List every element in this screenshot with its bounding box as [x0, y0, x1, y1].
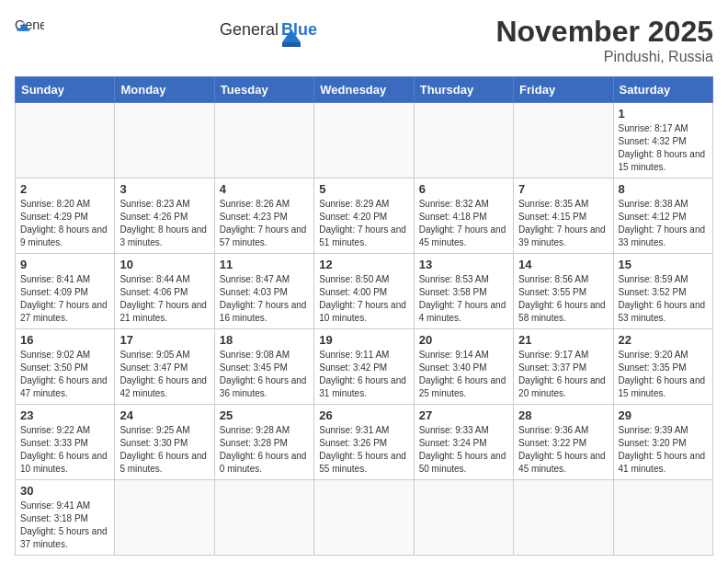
calendar-header-row: SundayMondayTuesdayWednesdayThursdayFrid…	[16, 77, 713, 103]
svg-text:Blue: Blue	[281, 20, 317, 39]
day-info: Sunrise: 9:08 AM Sunset: 3:45 PM Dayligh…	[220, 349, 309, 400]
calendar-cell: 18Sunrise: 9:08 AM Sunset: 3:45 PM Dayli…	[214, 329, 313, 405]
calendar-week-row: 23Sunrise: 9:22 AM Sunset: 3:33 PM Dayli…	[16, 405, 713, 480]
day-number: 30	[20, 484, 109, 498]
day-header-sunday: Sunday	[16, 77, 115, 103]
day-info: Sunrise: 9:41 AM Sunset: 3:18 PM Dayligh…	[20, 500, 109, 551]
day-number: 11	[220, 258, 309, 271]
svg-text:General: General	[220, 20, 279, 39]
day-number: 10	[119, 258, 209, 271]
day-header-thursday: Thursday	[414, 77, 513, 103]
day-number: 23	[20, 408, 109, 422]
day-info: Sunrise: 9:17 AM Sunset: 3:37 PM Dayligh…	[518, 349, 608, 400]
day-info: Sunrise: 8:47 AM Sunset: 4:03 PM Dayligh…	[220, 273, 309, 325]
calendar-cell: 29Sunrise: 9:39 AM Sunset: 3:20 PM Dayli…	[613, 405, 712, 480]
calendar-cell: 22Sunrise: 9:20 AM Sunset: 3:35 PM Dayli…	[613, 329, 712, 405]
day-number: 19	[319, 333, 408, 347]
calendar-cell	[314, 103, 414, 178]
location-subtitle: Pindushi, Russia	[495, 49, 713, 65]
day-number: 21	[518, 333, 608, 347]
calendar-cell: 21Sunrise: 9:17 AM Sunset: 3:37 PM Dayli…	[514, 329, 613, 405]
day-number: 17	[119, 333, 209, 347]
calendar-cell	[414, 480, 513, 556]
day-info: Sunrise: 9:33 AM Sunset: 3:24 PM Dayligh…	[419, 424, 508, 476]
calendar-week-row: 16Sunrise: 9:02 AM Sunset: 3:50 PM Dayli…	[16, 329, 713, 405]
logo-full: General Blue	[220, 15, 321, 55]
calendar-cell: 2Sunrise: 8:20 AM Sunset: 4:29 PM Daylig…	[16, 178, 115, 254]
calendar-cell: 20Sunrise: 9:14 AM Sunset: 3:40 PM Dayli…	[414, 329, 513, 405]
day-number: 7	[518, 182, 608, 196]
calendar-cell	[314, 480, 414, 556]
calendar-cell: 7Sunrise: 8:35 AM Sunset: 4:15 PM Daylig…	[514, 178, 613, 254]
day-info: Sunrise: 8:38 AM Sunset: 4:12 PM Dayligh…	[619, 198, 708, 249]
day-info: Sunrise: 8:41 AM Sunset: 4:09 PM Dayligh…	[20, 273, 109, 325]
logo-icon: General	[15, 15, 44, 40]
calendar-cell: 23Sunrise: 9:22 AM Sunset: 3:33 PM Dayli…	[16, 405, 115, 480]
day-info: Sunrise: 8:26 AM Sunset: 4:23 PM Dayligh…	[220, 198, 309, 249]
calendar-cell: 1Sunrise: 8:17 AM Sunset: 4:32 PM Daylig…	[613, 103, 712, 178]
day-header-saturday: Saturday	[613, 77, 712, 103]
month-year-title: November 2025	[495, 15, 713, 49]
day-number: 5	[319, 182, 408, 196]
day-number: 25	[220, 408, 309, 422]
calendar-title-area: November 2025 Pindushi, Russia	[495, 15, 713, 65]
day-number: 13	[419, 258, 508, 271]
day-info: Sunrise: 8:20 AM Sunset: 4:29 PM Dayligh…	[20, 198, 109, 249]
day-info: Sunrise: 8:56 AM Sunset: 3:55 PM Dayligh…	[518, 273, 608, 325]
calendar-cell	[16, 103, 115, 178]
calendar-cell: 10Sunrise: 8:44 AM Sunset: 4:06 PM Dayli…	[115, 254, 214, 329]
calendar-cell	[115, 103, 214, 178]
calendar-week-row: 9Sunrise: 8:41 AM Sunset: 4:09 PM Daylig…	[16, 254, 713, 329]
day-info: Sunrise: 8:50 AM Sunset: 4:00 PM Dayligh…	[319, 273, 408, 325]
day-header-tuesday: Tuesday	[214, 77, 313, 103]
day-info: Sunrise: 9:25 AM Sunset: 3:30 PM Dayligh…	[119, 424, 209, 476]
day-number: 26	[319, 408, 408, 422]
day-number: 12	[319, 258, 408, 271]
day-info: Sunrise: 8:59 AM Sunset: 3:52 PM Dayligh…	[619, 273, 708, 325]
calendar-cell: 3Sunrise: 8:23 AM Sunset: 4:26 PM Daylig…	[115, 178, 214, 254]
day-header-monday: Monday	[115, 77, 214, 103]
day-number: 16	[20, 333, 109, 347]
day-info: Sunrise: 9:11 AM Sunset: 3:42 PM Dayligh…	[319, 349, 408, 400]
day-info: Sunrise: 8:32 AM Sunset: 4:18 PM Dayligh…	[419, 198, 508, 249]
day-number: 8	[619, 182, 708, 196]
calendar-cell: 24Sunrise: 9:25 AM Sunset: 3:30 PM Dayli…	[115, 405, 214, 480]
calendar-cell	[214, 103, 313, 178]
calendar-cell: 13Sunrise: 8:53 AM Sunset: 3:58 PM Dayli…	[414, 254, 513, 329]
calendar-cell: 25Sunrise: 9:28 AM Sunset: 3:28 PM Dayli…	[214, 405, 313, 480]
calendar-cell: 16Sunrise: 9:02 AM Sunset: 3:50 PM Dayli…	[16, 329, 115, 405]
calendar-cell: 8Sunrise: 8:38 AM Sunset: 4:12 PM Daylig…	[613, 178, 712, 254]
day-number: 3	[119, 182, 209, 196]
calendar-cell: 28Sunrise: 9:36 AM Sunset: 3:22 PM Dayli…	[514, 405, 613, 480]
calendar-table: SundayMondayTuesdayWednesdayThursdayFrid…	[15, 76, 713, 556]
day-number: 24	[119, 408, 209, 422]
day-number: 14	[518, 258, 608, 271]
calendar-cell: 30Sunrise: 9:41 AM Sunset: 3:18 PM Dayli…	[16, 480, 115, 556]
calendar-cell	[514, 480, 613, 556]
day-info: Sunrise: 9:20 AM Sunset: 3:35 PM Dayligh…	[619, 349, 708, 400]
day-info: Sunrise: 9:05 AM Sunset: 3:47 PM Dayligh…	[119, 349, 209, 400]
page-header: General General Blue November 2025 Pindu…	[15, 15, 713, 65]
day-number: 1	[619, 107, 708, 121]
day-number: 18	[220, 333, 309, 347]
calendar-cell: 4Sunrise: 8:26 AM Sunset: 4:23 PM Daylig…	[214, 178, 313, 254]
calendar-cell: 17Sunrise: 9:05 AM Sunset: 3:47 PM Dayli…	[115, 329, 214, 405]
logo: General	[15, 15, 44, 40]
calendar-cell	[514, 103, 613, 178]
day-info: Sunrise: 8:53 AM Sunset: 3:58 PM Dayligh…	[419, 273, 508, 325]
calendar-cell: 11Sunrise: 8:47 AM Sunset: 4:03 PM Dayli…	[214, 254, 313, 329]
day-info: Sunrise: 9:39 AM Sunset: 3:20 PM Dayligh…	[619, 424, 708, 476]
day-info: Sunrise: 8:44 AM Sunset: 4:06 PM Dayligh…	[119, 273, 209, 325]
day-info: Sunrise: 8:17 AM Sunset: 4:32 PM Dayligh…	[619, 122, 708, 174]
calendar-cell: 12Sunrise: 8:50 AM Sunset: 4:00 PM Dayli…	[314, 254, 414, 329]
day-number: 27	[419, 408, 508, 422]
calendar-week-row: 30Sunrise: 9:41 AM Sunset: 3:18 PM Dayli…	[16, 480, 713, 556]
calendar-cell: 14Sunrise: 8:56 AM Sunset: 3:55 PM Dayli…	[514, 254, 613, 329]
day-number: 2	[20, 182, 109, 196]
day-number: 28	[518, 408, 608, 422]
calendar-cell: 6Sunrise: 8:32 AM Sunset: 4:18 PM Daylig…	[414, 178, 513, 254]
calendar-cell: 19Sunrise: 9:11 AM Sunset: 3:42 PM Dayli…	[314, 329, 414, 405]
day-info: Sunrise: 8:29 AM Sunset: 4:20 PM Dayligh…	[319, 198, 408, 249]
day-header-wednesday: Wednesday	[314, 77, 414, 103]
day-info: Sunrise: 9:28 AM Sunset: 3:28 PM Dayligh…	[220, 424, 309, 476]
